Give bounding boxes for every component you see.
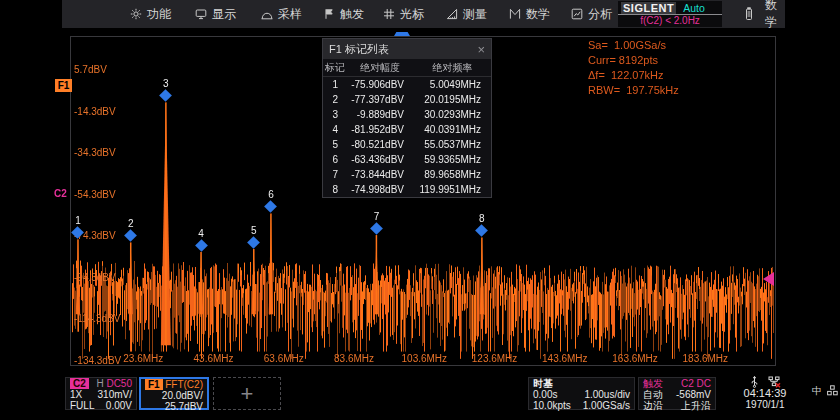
- table-cell: -63.436dBV: [346, 152, 414, 167]
- acquisition-info: Sa= 1.00GSa/sCurr= 8192ptsΔf= 122.07kHzR…: [588, 38, 679, 98]
- menu-item-6[interactable]: 测量: [446, 0, 487, 28]
- menu-item-label: 数学: [526, 6, 550, 23]
- table-cell: 1: [323, 77, 346, 93]
- timebase-rate: 1.00GSa/s: [583, 400, 630, 411]
- menu-item-label: 测量: [463, 6, 487, 23]
- peak-marker-number: 1: [75, 215, 81, 226]
- table-cell: 4: [323, 122, 346, 137]
- f1-scale: 20.0dBV/: [162, 390, 203, 401]
- menu-item-label: 分析: [588, 6, 612, 23]
- marker-position-handle[interactable]: [394, 32, 410, 36]
- table-cell: 30.0293MHz: [414, 107, 491, 122]
- c2-trace-badge[interactable]: C2: [54, 188, 67, 199]
- table-row: 3-9.889dBV30.0293MHz: [323, 107, 491, 122]
- close-icon[interactable]: ×: [477, 42, 485, 57]
- menu-item-5[interactable]: 光标: [383, 0, 424, 28]
- table-cell: 5: [323, 137, 346, 152]
- marker-table-column: 绝对幅度: [346, 59, 414, 77]
- menu-item-3[interactable]: 采样: [261, 0, 302, 28]
- f1-trace-badge[interactable]: F1: [55, 79, 72, 92]
- trigger-level-arrow[interactable]: [763, 272, 774, 286]
- y-axis-label: -94.3dBV: [74, 272, 116, 283]
- x-axis-label: 63.6MHz: [264, 353, 304, 364]
- trigger-condition-readout: f(C2) < 2.0Hz: [618, 15, 722, 27]
- display-icon: [195, 8, 207, 20]
- x-axis-label: 123.6MHz: [472, 353, 518, 364]
- c2-label: C2: [70, 378, 89, 389]
- x-axis-label: 83.6MHz: [334, 353, 374, 364]
- marker-list-title: F1 标记列表: [329, 42, 389, 57]
- table-cell: 89.9658MHz: [414, 167, 491, 182]
- clock-time: 04:14:39: [719, 388, 811, 399]
- table-cell: 7: [323, 167, 346, 182]
- table-cell: -9.889dBV: [346, 107, 414, 122]
- table-row: 8-74.998dBV119.9951MHz: [323, 182, 491, 197]
- peak-marker-number: 2: [128, 218, 134, 229]
- marker-table-column: 标记: [323, 59, 346, 77]
- x-axis-label: 23.6MHz: [123, 353, 163, 364]
- gear-icon: [130, 8, 142, 20]
- c2-offset: 0.00V: [106, 400, 132, 411]
- trigger-slope: 上升沿: [681, 399, 711, 413]
- cursor-icon: [383, 8, 395, 20]
- c2-scale: 310mV/: [98, 389, 132, 400]
- table-cell: 3: [323, 107, 346, 122]
- trigger-type: 边沿: [643, 399, 663, 413]
- c2-bandwidth: FULL: [70, 400, 94, 411]
- language-indicator[interactable]: 中: [812, 384, 822, 398]
- table-cell: 59.9365MHz: [414, 152, 491, 167]
- x-axis-label: 163.6MHz: [612, 353, 658, 364]
- marker-list-titlebar[interactable]: F1 标记列表 ×: [323, 39, 491, 59]
- c2-atten: 1X: [70, 389, 82, 400]
- add-trace-button[interactable]: +: [213, 377, 281, 410]
- table-cell: -77.397dBV: [346, 92, 414, 107]
- trigger-source: C2 DC: [681, 378, 711, 389]
- math-f1-box[interactable]: F1 FFT(C2) 20.0dBV/ 25.7dBV: [139, 377, 209, 410]
- y-axis-label: -34.3dBV: [74, 147, 116, 158]
- menu-item-math-apps[interactable]: 数学: [765, 0, 785, 28]
- battery-icon: [743, 7, 755, 25]
- c2-impedance: H: [96, 378, 103, 389]
- clock-date: 1970/1/1: [719, 399, 811, 410]
- oscilloscope-screen: 功能显示采样触发光标测量数学分析 SIGLENT Auto f(C2) < 2.…: [0, 0, 840, 420]
- y-axis-label: -134.3dBV: [74, 355, 121, 366]
- acq-info-line: Curr= 8192pts: [588, 53, 679, 68]
- f1-ref: 25.7dBV: [165, 401, 203, 412]
- menu-item-1[interactable]: 功能: [130, 0, 171, 28]
- table-row: 7-73.844dBV89.9658MHz: [323, 167, 491, 182]
- menu-item-2[interactable]: 显示: [195, 0, 236, 28]
- timebase-points: 10.0kpts: [533, 400, 571, 411]
- channel-c2-box[interactable]: C2 H DC50 1X 310mV/ FULL 0.00V: [65, 377, 137, 410]
- table-cell: 119.9951MHz: [414, 182, 491, 197]
- system-status-box: 04:14:39 1970/1/1: [719, 377, 811, 410]
- table-cell: 5.0049MHz: [414, 77, 491, 93]
- table-row: 6-63.436dBV59.9365MHz: [323, 152, 491, 167]
- math-icon: [509, 8, 521, 20]
- menu-item-4[interactable]: 触发: [323, 0, 364, 28]
- y-axis-label: -54.3dBV: [74, 189, 116, 200]
- table-row: 1-75.906dBV5.0049MHz: [323, 77, 491, 93]
- x-axis-label: 103.6MHz: [402, 353, 448, 364]
- flag-icon: [323, 8, 335, 20]
- table-cell: -81.952dBV: [346, 122, 414, 137]
- peak-marker-number: 6: [268, 189, 274, 200]
- table-cell: 40.0391MHz: [414, 122, 491, 137]
- c2-coupling: DC50: [106, 378, 132, 389]
- x-axis-label: 43.6MHz: [194, 353, 234, 364]
- table-row: 2-77.397dBV20.0195MHz: [323, 92, 491, 107]
- table-cell: 6: [323, 152, 346, 167]
- menu-item-7[interactable]: 数学: [509, 0, 550, 28]
- f1-label: F1: [145, 379, 163, 390]
- menu-item-8[interactable]: 分析: [571, 0, 612, 28]
- table-cell: -75.906dBV: [346, 77, 414, 93]
- marker-list-table: 标记绝对幅度绝对频率 1-75.906dBV5.0049MHz2-77.397d…: [323, 59, 491, 197]
- menu-item-label: 功能: [147, 6, 171, 23]
- timebase-box[interactable]: 时基 0.00s 1.00us/div 10.0kpts 1.00GSa/s: [528, 377, 635, 410]
- y-axis-label: 5.7dBV: [74, 64, 107, 75]
- timebase-delay: 0.00s: [533, 389, 557, 400]
- table-cell: -80.521dBV: [346, 137, 414, 152]
- menu-item-label: 采样: [278, 6, 302, 23]
- apps-grid-icon[interactable]: [827, 385, 838, 398]
- table-cell: 2: [323, 92, 346, 107]
- trigger-box[interactable]: 触发 C2 DC 自动 -568mV 边沿 上升沿: [638, 377, 716, 410]
